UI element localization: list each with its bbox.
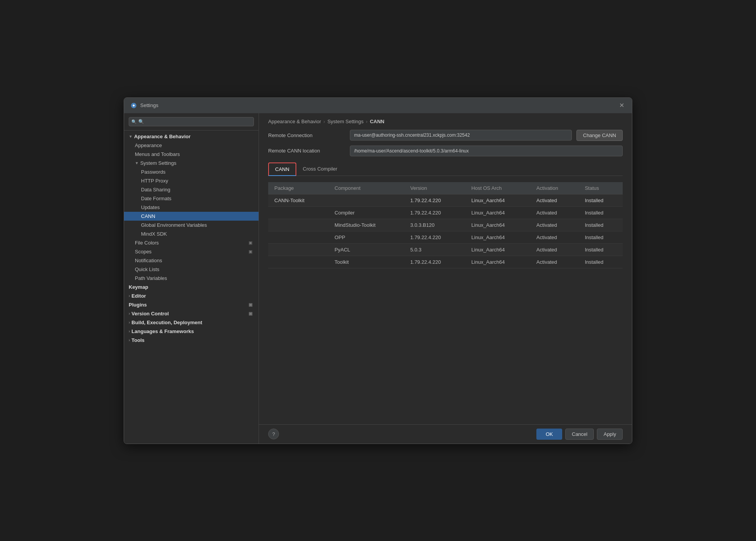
sidebar-item-menus-toolbars[interactable]: Menus and Toolbars — [124, 150, 259, 159]
table-cell-activation: Activated — [530, 231, 579, 243]
table-cell-activation: Activated — [530, 194, 579, 206]
table-row: MindStudio-Toolkit3.0.3.B120Linux_Aarch6… — [268, 219, 623, 231]
sidebar-item-plugins[interactable]: Plugins ▣ — [124, 300, 259, 309]
sidebar-item-label: Notifications — [135, 258, 162, 263]
chevron-down-icon: ▼ — [129, 134, 133, 139]
sidebar-item-system-settings[interactable]: ▼ System Settings — [124, 159, 259, 167]
table-row: OPP1.79.22.4.220Linux_Aarch64ActivatedIn… — [268, 231, 623, 243]
sidebar-item-http-proxy[interactable]: HTTP Proxy — [124, 176, 259, 185]
sidebar-item-label: Tools — [131, 337, 144, 343]
help-button[interactable]: ? — [268, 429, 279, 439]
sidebar-item-label: HTTP Proxy — [141, 178, 168, 184]
footer-right: OK Cancel Apply — [536, 429, 623, 440]
breadcrumb-part-1: Appearance & Behavior — [268, 119, 321, 124]
col-header-component: Component — [328, 182, 404, 194]
settings-window: Settings ✕ 🔍 ▼ Appearance & Behavior App… — [124, 97, 632, 444]
search-icon: 🔍 — [131, 119, 137, 124]
footer-left: ? — [268, 429, 279, 439]
sidebar-item-label: Date Formats — [141, 196, 171, 201]
remote-connection-label: Remote Connection — [268, 132, 345, 138]
sidebar-item-quick-lists[interactable]: Quick Lists — [124, 265, 259, 274]
table-row: Compiler1.79.22.4.220Linux_Aarch64Activa… — [268, 206, 623, 219]
panel-body: Remote Connection Change CANN Remote CAN… — [259, 130, 632, 424]
table-cell-package — [268, 206, 328, 219]
table-cell-host_os_arch: Linux_Aarch64 — [465, 243, 530, 256]
tab-cann[interactable]: CANN — [268, 162, 296, 176]
table-row: CANN-Toolkit1.79.22.4.220Linux_Aarch64Ac… — [268, 194, 623, 206]
sidebar-item-appearance-behavior[interactable]: ▼ Appearance & Behavior — [124, 132, 259, 141]
sidebar-item-label: Keymap — [129, 284, 148, 290]
col-header-package: Package — [268, 182, 328, 194]
sidebar-item-appearance[interactable]: Appearance — [124, 141, 259, 150]
chevron-right-icon: › — [129, 329, 130, 333]
sidebar-item-label: Data Sharing — [141, 187, 170, 193]
file-colors-badge-icon: ▣ — [249, 240, 252, 245]
remote-connection-input[interactable] — [350, 130, 572, 141]
sidebar-item-label: System Settings — [140, 160, 176, 166]
sidebar-item-scopes[interactable]: Scopes ▣ — [124, 247, 259, 256]
chevron-right-icon: › — [129, 294, 130, 298]
sidebar-item-path-variables[interactable]: Path Variables — [124, 274, 259, 283]
table-cell-host_os_arch: Linux_Aarch64 — [465, 256, 530, 268]
search-wrapper: 🔍 — [129, 117, 254, 126]
table-cell-package — [268, 231, 328, 243]
table-cell-version: 3.0.3.B120 — [404, 219, 465, 231]
sidebar-item-version-control[interactable]: › Version Control ▣ — [124, 309, 259, 318]
sidebar-item-keymap[interactable]: Keymap — [124, 283, 259, 291]
sidebar-item-label: Editor — [131, 293, 146, 299]
table-cell-component — [328, 194, 404, 206]
table-cell-version: 1.79.22.4.220 — [404, 256, 465, 268]
change-cann-button[interactable]: Change CANN — [576, 130, 623, 141]
table-cell-package — [268, 219, 328, 231]
remote-connection-row: Remote Connection Change CANN — [268, 130, 623, 141]
sidebar-item-mindx-sdk[interactable]: MindX SDK — [124, 229, 259, 238]
search-input[interactable] — [129, 117, 254, 126]
table-cell-activation: Activated — [530, 206, 579, 219]
sidebar-item-build-exec-deploy[interactable]: › Build, Execution, Deployment — [124, 318, 259, 327]
remote-cann-location-row: Remote CANN location — [268, 146, 623, 156]
table-cell-status: Installed — [579, 243, 623, 256]
sidebar-item-label: MindX SDK — [141, 231, 167, 237]
sidebar-item-cann[interactable]: CANN — [124, 212, 259, 221]
sidebar-item-label: Appearance & Behavior — [134, 134, 191, 139]
sidebar-item-updates[interactable]: Updates — [124, 203, 259, 212]
sidebar-item-passwords[interactable]: Passwords — [124, 167, 259, 176]
breadcrumb: Appearance & Behavior › System Settings … — [259, 113, 632, 130]
chevron-right-icon: › — [129, 312, 130, 316]
sidebar-item-label: Path Variables — [135, 275, 167, 281]
close-button[interactable]: ✕ — [617, 101, 626, 110]
table-cell-host_os_arch: Linux_Aarch64 — [465, 219, 530, 231]
cancel-button[interactable]: Cancel — [565, 429, 594, 440]
sidebar-item-data-sharing[interactable]: Data Sharing — [124, 185, 259, 194]
sidebar-item-editor[interactable]: › Editor — [124, 291, 259, 300]
sidebar-item-file-colors[interactable]: File Colors ▣ — [124, 238, 259, 247]
sidebar-item-label: CANN — [141, 213, 155, 219]
sidebar-item-global-env-vars[interactable]: Global Environment Variables — [124, 221, 259, 229]
version-control-badge-icon: ▣ — [249, 311, 252, 316]
breadcrumb-sep-1: › — [323, 119, 325, 124]
right-panel: Appearance & Behavior › System Settings … — [259, 113, 632, 444]
table-cell-host_os_arch: Linux_Aarch64 — [465, 194, 530, 206]
apply-button[interactable]: Apply — [597, 429, 623, 440]
sidebar-item-languages-frameworks[interactable]: › Languages & Frameworks — [124, 327, 259, 336]
table-cell-component: PyACL — [328, 243, 404, 256]
sidebar-item-date-formats[interactable]: Date Formats — [124, 194, 259, 203]
tab-cross-compiler[interactable]: Cross Compiler — [296, 162, 344, 176]
ok-button[interactable]: OK — [536, 429, 562, 440]
remote-cann-location-input[interactable] — [350, 146, 623, 156]
window-title: Settings — [140, 102, 158, 108]
sidebar-item-label: Appearance — [135, 142, 162, 148]
sidebar-item-label: Passwords — [141, 169, 166, 175]
sidebar-item-label: Plugins — [129, 302, 147, 308]
table-cell-component: Toolkit — [328, 256, 404, 268]
table-cell-version: 1.79.22.4.220 — [404, 194, 465, 206]
title-bar: Settings ✕ — [124, 98, 632, 113]
sidebar-item-label: Global Environment Variables — [141, 222, 207, 228]
table-cell-component: OPP — [328, 231, 404, 243]
chevron-right-icon: › — [129, 338, 130, 342]
sidebar-item-tools[interactable]: › Tools — [124, 336, 259, 345]
sidebar-item-notifications[interactable]: Notifications — [124, 256, 259, 265]
app-icon — [130, 102, 137, 109]
table-cell-version: 1.79.22.4.220 — [404, 206, 465, 219]
table-cell-host_os_arch: Linux_Aarch64 — [465, 206, 530, 219]
